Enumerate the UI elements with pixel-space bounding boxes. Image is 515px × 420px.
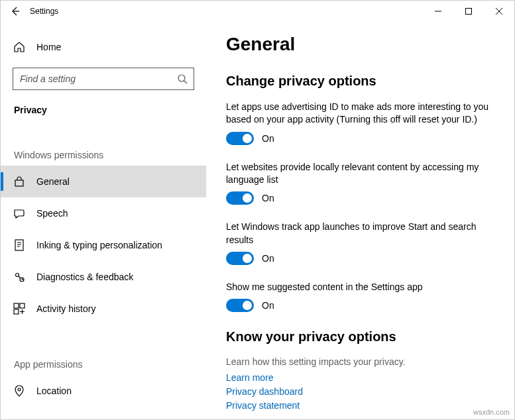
toggle-state: On (262, 193, 274, 203)
speech-icon (13, 207, 26, 219)
window-title: Settings (30, 7, 58, 16)
group-app-permissions: App permissions (1, 325, 206, 375)
back-button[interactable] (1, 1, 30, 22)
home-label: Home (36, 42, 61, 52)
toggle-suggested-content[interactable] (226, 299, 254, 312)
section-title-privacy: Privacy (1, 90, 206, 115)
inking-icon (13, 239, 26, 251)
svg-rect-6 (14, 303, 19, 308)
nav-label: Location (36, 386, 72, 396)
know-desc: Learn how this setting impacts your priv… (226, 356, 494, 367)
setting-desc: Let Windows track app launches to improv… (226, 221, 494, 246)
svg-rect-0 (466, 9, 472, 15)
content-pane: General Change privacy options Let apps … (206, 22, 514, 419)
page-heading: General (226, 34, 494, 55)
toggle-state: On (262, 133, 274, 144)
history-icon (13, 303, 26, 315)
nav-label: Inking & typing personalization (36, 240, 162, 250)
nav-label: Speech (36, 208, 68, 219)
toggle-state: On (262, 253, 274, 264)
home-nav[interactable]: Home (1, 35, 206, 59)
svg-rect-7 (20, 303, 25, 308)
section-heading-know: Know your privacy options (226, 329, 494, 344)
search-box[interactable] (13, 68, 194, 90)
sidebar: Home Privacy Windows permissions General… (1, 22, 206, 419)
nav-general[interactable]: General (1, 166, 206, 197)
location-icon (13, 385, 26, 397)
nav-activity-history[interactable]: Activity history (1, 293, 206, 325)
maximize-button[interactable] (453, 1, 484, 22)
svg-point-9 (18, 388, 21, 391)
lock-icon (13, 176, 26, 187)
svg-point-1 (178, 75, 185, 81)
svg-rect-2 (15, 180, 23, 186)
setting-desc: Let websites provide locally relevant co… (226, 161, 494, 187)
setting-desc: Show me suggested content in the Setting… (226, 281, 494, 293)
search-icon (171, 74, 194, 84)
group-windows-permissions: Windows permissions (1, 115, 206, 166)
nav-label: Activity history (36, 303, 95, 314)
nav-speech[interactable]: Speech (1, 197, 206, 229)
svg-point-4 (16, 274, 19, 277)
toggle-state: On (262, 300, 274, 311)
setting-desc: Let apps use advertising ID to make ads … (226, 101, 494, 127)
diagnostics-icon (13, 271, 26, 283)
nav-inking[interactable]: Inking & typing personalization (1, 229, 206, 261)
nav-diagnostics[interactable]: Diagnostics & feedback (1, 261, 206, 293)
nav-label: Diagnostics & feedback (36, 272, 133, 282)
toggle-language-list[interactable] (226, 191, 254, 205)
section-heading-privacy-options: Change privacy options (226, 74, 494, 89)
minimize-button[interactable] (423, 1, 453, 22)
link-privacy-statement[interactable]: Privacy statement (226, 399, 494, 413)
nav-label: General (36, 176, 70, 187)
toggle-track-launches[interactable] (226, 252, 254, 265)
nav-location[interactable]: Location (1, 375, 206, 407)
toggle-advertising-id[interactable] (226, 132, 254, 145)
close-button[interactable] (484, 1, 514, 22)
svg-rect-8 (14, 309, 19, 314)
home-icon (13, 41, 26, 53)
link-learn-more[interactable]: Learn more (226, 371, 494, 385)
search-input[interactable] (13, 74, 171, 84)
watermark: wsxdn.com (473, 408, 510, 416)
svg-rect-3 (15, 240, 23, 250)
link-privacy-dashboard[interactable]: Privacy dashboard (226, 385, 494, 399)
